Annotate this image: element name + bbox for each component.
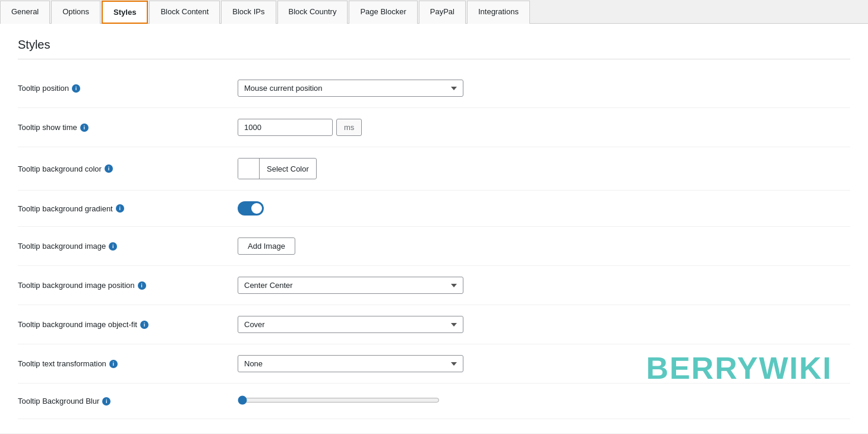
tooltip-bg-image-position-control: Center Center Top Left Top Center Top Ri… xyxy=(238,277,463,294)
tooltip-position-info-icon[interactable]: i xyxy=(72,84,80,93)
tooltip-bg-blur-row: Tooltip Background Blur i xyxy=(18,384,850,419)
input-with-unit: ms xyxy=(238,119,463,136)
toggle-slider xyxy=(238,201,264,216)
tooltip-show-time-control: ms xyxy=(238,119,463,136)
tab-block-country[interactable]: Block Country xyxy=(277,1,348,24)
color-btn-label: Select Color xyxy=(260,161,316,177)
tooltip-bg-gradient-control xyxy=(238,201,463,216)
color-picker-button[interactable]: Select Color xyxy=(238,158,317,179)
tooltip-bg-image-position-row: Tooltip background image position i Cent… xyxy=(18,266,850,305)
tooltip-bg-image-objectfit-info-icon[interactable]: i xyxy=(140,321,149,329)
tooltip-bg-image-objectfit-label: Tooltip background image object-fit i xyxy=(18,320,238,329)
tooltip-bg-gradient-toggle[interactable] xyxy=(238,201,264,216)
tooltip-bg-image-control: Add Image xyxy=(238,237,463,255)
tab-options[interactable]: Options xyxy=(51,1,100,24)
tooltip-text-transformation-info-icon[interactable]: i xyxy=(109,360,118,368)
tooltip-bg-image-position-info-icon[interactable]: i xyxy=(138,281,146,290)
page-wrapper: General Options Styles Block Content Blo… xyxy=(0,0,868,433)
tooltip-bg-image-info-icon[interactable]: i xyxy=(109,242,117,251)
tooltip-show-time-info-icon[interactable]: i xyxy=(80,123,89,132)
tab-page-blocker[interactable]: Page Blocker xyxy=(349,1,417,24)
color-swatch xyxy=(238,159,260,179)
tab-block-content[interactable]: Block Content xyxy=(149,1,220,24)
tooltip-bg-blur-info-icon[interactable]: i xyxy=(102,397,111,406)
tooltip-show-time-input[interactable] xyxy=(238,119,333,136)
tabs-bar: General Options Styles Block Content Blo… xyxy=(0,0,868,24)
tab-integrations[interactable]: Integrations xyxy=(467,1,530,24)
tooltip-text-transformation-control: None Uppercase Lowercase Capitalize xyxy=(238,355,463,372)
tooltip-show-time-label: Tooltip show time i xyxy=(18,123,238,132)
tooltip-bg-blur-label: Tooltip Background Blur i xyxy=(18,397,238,406)
tooltip-bg-gradient-info-icon[interactable]: i xyxy=(116,204,124,213)
tooltip-bg-color-label: Tooltip background color i xyxy=(18,164,238,173)
tooltip-position-select[interactable]: Mouse current position Top Bottom Left R… xyxy=(238,80,463,97)
tooltip-bg-image-position-label: Tooltip background image position i xyxy=(18,281,238,290)
tooltip-bg-image-objectfit-select[interactable]: Cover Contain Fill None Scale Down xyxy=(238,316,463,333)
tooltip-bg-gradient-label: Tooltip background gradient i xyxy=(18,204,238,213)
tooltip-position-label: Tooltip position i xyxy=(18,84,238,93)
page-title: Styles xyxy=(18,38,850,59)
tooltip-bg-gradient-row: Tooltip background gradient i xyxy=(18,191,850,227)
tooltip-position-row: Tooltip position i Mouse current positio… xyxy=(18,69,850,108)
tooltip-show-time-unit: ms xyxy=(336,119,362,136)
tab-styles[interactable]: Styles xyxy=(102,1,148,24)
tooltip-text-transformation-label: Tooltip text transformation i xyxy=(18,359,238,368)
add-image-button[interactable]: Add Image xyxy=(238,237,295,255)
tooltip-bg-color-row: Tooltip background color i Select Color xyxy=(18,147,850,191)
tooltip-bg-color-control: Select Color xyxy=(238,158,463,179)
berrywiki-watermark: BERRYWIKI xyxy=(646,350,832,386)
tab-block-ips[interactable]: Block IPs xyxy=(221,1,276,24)
tooltip-bg-image-label: Tooltip background image i xyxy=(18,242,238,251)
tooltip-bg-image-row: Tooltip background image i Add Image xyxy=(18,227,850,266)
tooltip-position-control: Mouse current position Top Bottom Left R… xyxy=(238,80,463,97)
tooltip-bg-blur-slider[interactable] xyxy=(238,395,440,405)
content-area: Styles Tooltip position i Mouse current … xyxy=(0,24,868,433)
tab-general[interactable]: General xyxy=(0,1,50,24)
tooltip-bg-blur-control xyxy=(238,395,463,407)
tab-paypal[interactable]: PayPal xyxy=(419,1,466,24)
tooltip-bg-image-objectfit-row: Tooltip background image object-fit i Co… xyxy=(18,305,850,344)
tooltip-text-transformation-select[interactable]: None Uppercase Lowercase Capitalize xyxy=(238,355,463,372)
tooltip-bg-image-objectfit-control: Cover Contain Fill None Scale Down xyxy=(238,316,463,333)
tooltip-bg-image-position-select[interactable]: Center Center Top Left Top Center Top Ri… xyxy=(238,277,463,294)
tooltip-bg-color-info-icon[interactable]: i xyxy=(105,164,113,173)
tooltip-show-time-row: Tooltip show time i ms xyxy=(18,108,850,147)
